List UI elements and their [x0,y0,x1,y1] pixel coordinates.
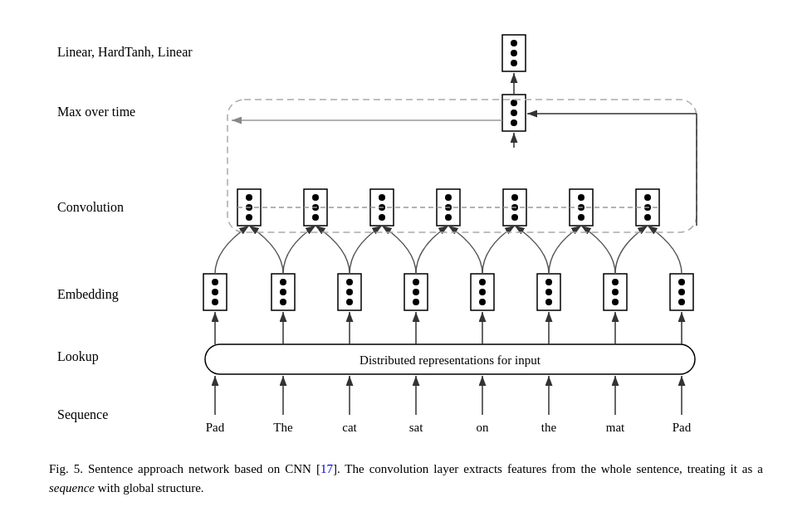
emb-node-1 [203,274,227,310]
svg-point-39 [678,279,685,285]
svg-point-36 [612,289,619,295]
svg-point-12 [212,289,218,295]
max-over-time-label: Max over time [57,105,135,119]
svg-point-86 [511,60,517,66]
svg-point-51 [246,194,252,201]
svg-point-67 [511,194,518,201]
svg-point-85 [511,50,517,56]
word-the: The [273,421,293,434]
svg-point-55 [312,194,319,201]
svg-point-32 [545,289,552,295]
lookup-box-text: Distributed representations for input [360,353,541,367]
svg-point-73 [578,214,585,221]
diagram-container: Linear, HardTanh, Linear Max over time C… [49,25,763,451]
svg-point-69 [511,214,518,221]
word-the2: the [541,421,557,434]
emb-node-5 [471,274,494,310]
svg-point-53 [246,214,252,221]
svg-point-81 [511,110,517,116]
word-on: on [477,421,490,434]
svg-point-29 [479,299,486,305]
svg-point-71 [578,194,585,201]
svg-point-16 [280,289,286,295]
cnn-diagram: Linear, HardTanh, Linear Max over time C… [49,25,763,448]
embedding-label: Embedding [57,287,119,302]
svg-point-21 [346,299,353,305]
svg-point-41 [678,299,685,305]
svg-point-25 [413,299,419,305]
emb-node-4 [404,274,428,310]
linear-label: Linear, HardTanh, Linear [57,45,193,59]
svg-point-82 [511,119,517,126]
svg-point-17 [280,299,286,305]
svg-point-24 [413,289,419,295]
linear-node [502,35,526,71]
word-cat: cat [342,421,357,434]
caption-text2: ]. The convolution layer extracts featur… [333,462,763,475]
word-pad2: Pad [673,421,692,434]
svg-point-11 [212,279,218,285]
svg-point-20 [346,289,353,295]
svg-point-59 [379,194,385,201]
svg-point-23 [413,279,419,285]
caption-fig-label: Fig. 5. Sentence approach network based … [49,462,320,475]
emb-node-3 [338,274,361,310]
svg-point-31 [545,279,552,285]
caption-ref[interactable]: 17 [320,462,333,475]
svg-point-63 [445,194,452,201]
svg-point-84 [511,40,517,46]
svg-point-27 [479,279,486,285]
lookup-label: Lookup [57,349,99,364]
svg-point-80 [511,100,517,106]
svg-point-37 [612,299,619,305]
svg-point-19 [346,279,353,285]
convolution-label: Convolution [57,200,124,214]
word-sat: sat [409,421,423,434]
caption-text3: with global structure. [95,481,204,494]
emb-node-2 [271,274,295,310]
svg-point-13 [212,299,218,305]
svg-point-57 [312,214,319,221]
emb-node-8 [670,274,693,310]
svg-point-77 [644,214,651,221]
emb-node-7 [604,274,627,310]
svg-point-40 [678,289,685,295]
svg-point-28 [479,289,486,295]
caption-italic: sequence [49,481,95,494]
svg-rect-88 [227,100,697,232]
svg-point-35 [612,279,619,285]
svg-point-61 [379,214,385,221]
emb-node-6 [537,274,560,310]
svg-point-75 [644,194,651,201]
caption: Fig. 5. Sentence approach network based … [49,460,763,497]
svg-point-65 [445,214,452,221]
sequence-label: Sequence [57,407,108,422]
word-pad1: Pad [206,421,225,434]
word-mat: mat [606,421,625,434]
svg-point-33 [545,299,552,305]
svg-point-15 [280,279,286,285]
